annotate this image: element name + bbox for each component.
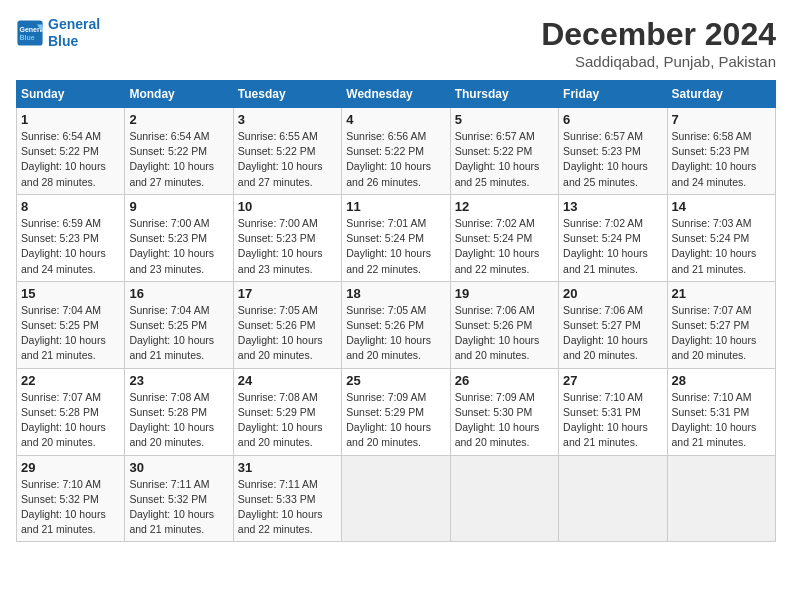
calendar-cell: 16Sunrise: 7:04 AM Sunset: 5:25 PM Dayli… [125,281,233,368]
logo-icon: General Blue [16,19,44,47]
day-number: 12 [455,199,554,214]
svg-rect-0 [17,20,42,45]
calendar-cell: 22Sunrise: 7:07 AM Sunset: 5:28 PM Dayli… [17,368,125,455]
day-number: 18 [346,286,445,301]
calendar-week-row: 15Sunrise: 7:04 AM Sunset: 5:25 PM Dayli… [17,281,776,368]
day-number: 21 [672,286,771,301]
day-number: 19 [455,286,554,301]
header: General Blue General Blue December 2024 … [16,16,776,70]
calendar-cell: 5Sunrise: 6:57 AM Sunset: 5:22 PM Daylig… [450,108,558,195]
weekday-header: Monday [125,81,233,108]
day-number: 31 [238,460,337,475]
weekday-header: Wednesday [342,81,450,108]
day-detail: Sunrise: 6:54 AM Sunset: 5:22 PM Dayligh… [129,129,228,190]
calendar-cell: 30Sunrise: 7:11 AM Sunset: 5:32 PM Dayli… [125,455,233,542]
day-detail: Sunrise: 7:08 AM Sunset: 5:29 PM Dayligh… [238,390,337,451]
day-number: 15 [21,286,120,301]
calendar-cell: 14Sunrise: 7:03 AM Sunset: 5:24 PM Dayli… [667,194,775,281]
day-detail: Sunrise: 6:59 AM Sunset: 5:23 PM Dayligh… [21,216,120,277]
day-number: 28 [672,373,771,388]
day-detail: Sunrise: 7:10 AM Sunset: 5:32 PM Dayligh… [21,477,120,538]
day-detail: Sunrise: 7:02 AM Sunset: 5:24 PM Dayligh… [563,216,662,277]
day-number: 4 [346,112,445,127]
calendar-cell: 21Sunrise: 7:07 AM Sunset: 5:27 PM Dayli… [667,281,775,368]
day-detail: Sunrise: 7:09 AM Sunset: 5:29 PM Dayligh… [346,390,445,451]
calendar-table: SundayMondayTuesdayWednesdayThursdayFrid… [16,80,776,542]
calendar-cell: 18Sunrise: 7:05 AM Sunset: 5:26 PM Dayli… [342,281,450,368]
calendar-cell: 9Sunrise: 7:00 AM Sunset: 5:23 PM Daylig… [125,194,233,281]
day-number: 25 [346,373,445,388]
location-subtitle: Saddiqabad, Punjab, Pakistan [541,53,776,70]
calendar-cell: 27Sunrise: 7:10 AM Sunset: 5:31 PM Dayli… [559,368,667,455]
calendar-cell [667,455,775,542]
day-number: 2 [129,112,228,127]
calendar-cell: 6Sunrise: 6:57 AM Sunset: 5:23 PM Daylig… [559,108,667,195]
day-number: 1 [21,112,120,127]
calendar-cell: 4Sunrise: 6:56 AM Sunset: 5:22 PM Daylig… [342,108,450,195]
calendar-cell: 2Sunrise: 6:54 AM Sunset: 5:22 PM Daylig… [125,108,233,195]
day-number: 29 [21,460,120,475]
calendar-cell: 26Sunrise: 7:09 AM Sunset: 5:30 PM Dayli… [450,368,558,455]
calendar-week-row: 8Sunrise: 6:59 AM Sunset: 5:23 PM Daylig… [17,194,776,281]
day-detail: Sunrise: 6:58 AM Sunset: 5:23 PM Dayligh… [672,129,771,190]
calendar-cell: 24Sunrise: 7:08 AM Sunset: 5:29 PM Dayli… [233,368,341,455]
calendar-cell [559,455,667,542]
calendar-cell: 8Sunrise: 6:59 AM Sunset: 5:23 PM Daylig… [17,194,125,281]
calendar-cell: 31Sunrise: 7:11 AM Sunset: 5:33 PM Dayli… [233,455,341,542]
day-number: 14 [672,199,771,214]
day-number: 26 [455,373,554,388]
calendar-cell: 11Sunrise: 7:01 AM Sunset: 5:24 PM Dayli… [342,194,450,281]
day-number: 16 [129,286,228,301]
day-detail: Sunrise: 6:57 AM Sunset: 5:22 PM Dayligh… [455,129,554,190]
day-detail: Sunrise: 6:56 AM Sunset: 5:22 PM Dayligh… [346,129,445,190]
day-number: 20 [563,286,662,301]
day-number: 23 [129,373,228,388]
calendar-cell [342,455,450,542]
calendar-cell: 10Sunrise: 7:00 AM Sunset: 5:23 PM Dayli… [233,194,341,281]
weekday-header: Tuesday [233,81,341,108]
day-number: 27 [563,373,662,388]
day-detail: Sunrise: 7:10 AM Sunset: 5:31 PM Dayligh… [563,390,662,451]
day-number: 8 [21,199,120,214]
calendar-cell: 15Sunrise: 7:04 AM Sunset: 5:25 PM Dayli… [17,281,125,368]
weekday-header: Thursday [450,81,558,108]
day-detail: Sunrise: 6:54 AM Sunset: 5:22 PM Dayligh… [21,129,120,190]
day-number: 3 [238,112,337,127]
day-number: 5 [455,112,554,127]
calendar-cell [450,455,558,542]
calendar-cell: 3Sunrise: 6:55 AM Sunset: 5:22 PM Daylig… [233,108,341,195]
title-area: December 2024 Saddiqabad, Punjab, Pakist… [541,16,776,70]
day-detail: Sunrise: 7:06 AM Sunset: 5:27 PM Dayligh… [563,303,662,364]
day-detail: Sunrise: 7:04 AM Sunset: 5:25 PM Dayligh… [21,303,120,364]
day-detail: Sunrise: 6:57 AM Sunset: 5:23 PM Dayligh… [563,129,662,190]
calendar-cell: 12Sunrise: 7:02 AM Sunset: 5:24 PM Dayli… [450,194,558,281]
day-detail: Sunrise: 7:00 AM Sunset: 5:23 PM Dayligh… [129,216,228,277]
day-detail: Sunrise: 7:07 AM Sunset: 5:28 PM Dayligh… [21,390,120,451]
logo-text: General Blue [48,16,100,50]
calendar-cell: 7Sunrise: 6:58 AM Sunset: 5:23 PM Daylig… [667,108,775,195]
day-detail: Sunrise: 7:06 AM Sunset: 5:26 PM Dayligh… [455,303,554,364]
month-title: December 2024 [541,16,776,53]
day-detail: Sunrise: 7:01 AM Sunset: 5:24 PM Dayligh… [346,216,445,277]
day-number: 13 [563,199,662,214]
day-detail: Sunrise: 6:55 AM Sunset: 5:22 PM Dayligh… [238,129,337,190]
calendar-week-row: 29Sunrise: 7:10 AM Sunset: 5:32 PM Dayli… [17,455,776,542]
day-number: 9 [129,199,228,214]
day-number: 24 [238,373,337,388]
weekday-header: Saturday [667,81,775,108]
day-number: 30 [129,460,228,475]
weekday-header-row: SundayMondayTuesdayWednesdayThursdayFrid… [17,81,776,108]
day-detail: Sunrise: 7:05 AM Sunset: 5:26 PM Dayligh… [346,303,445,364]
day-number: 10 [238,199,337,214]
day-number: 7 [672,112,771,127]
day-detail: Sunrise: 7:10 AM Sunset: 5:31 PM Dayligh… [672,390,771,451]
day-detail: Sunrise: 7:11 AM Sunset: 5:32 PM Dayligh… [129,477,228,538]
calendar-cell: 13Sunrise: 7:02 AM Sunset: 5:24 PM Dayli… [559,194,667,281]
calendar-cell: 17Sunrise: 7:05 AM Sunset: 5:26 PM Dayli… [233,281,341,368]
calendar-cell: 20Sunrise: 7:06 AM Sunset: 5:27 PM Dayli… [559,281,667,368]
day-detail: Sunrise: 7:03 AM Sunset: 5:24 PM Dayligh… [672,216,771,277]
weekday-header: Sunday [17,81,125,108]
day-detail: Sunrise: 7:04 AM Sunset: 5:25 PM Dayligh… [129,303,228,364]
calendar-cell: 1Sunrise: 6:54 AM Sunset: 5:22 PM Daylig… [17,108,125,195]
day-detail: Sunrise: 7:07 AM Sunset: 5:27 PM Dayligh… [672,303,771,364]
